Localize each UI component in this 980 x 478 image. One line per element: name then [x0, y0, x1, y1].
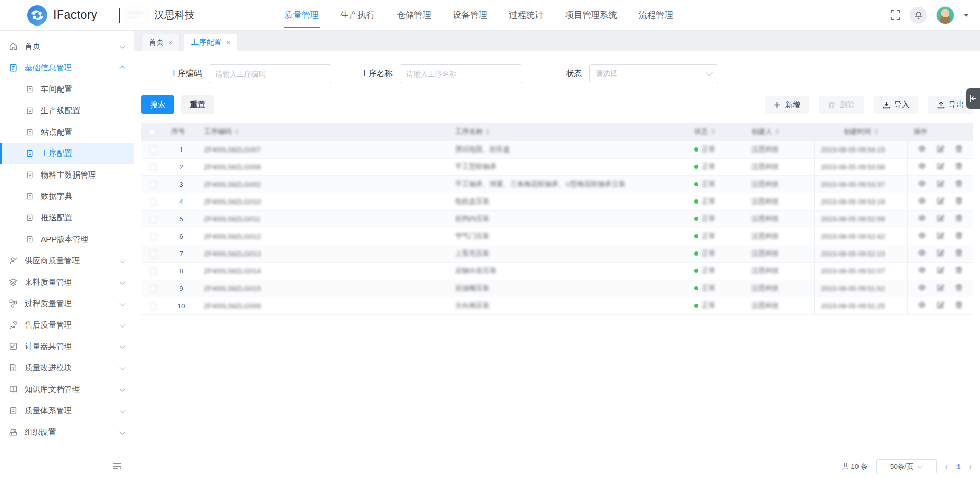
row-checkbox[interactable]	[150, 303, 157, 310]
delete-row-icon[interactable]	[955, 301, 963, 309]
sidebar-item-knowledge-docs[interactable]: 知识库文档管理	[0, 379, 134, 400]
delete-row-icon[interactable]	[955, 197, 963, 205]
view-icon[interactable]	[918, 266, 926, 274]
sort-icon[interactable]	[711, 129, 715, 135]
sidebar-item-supplier-quality[interactable]: 供应商质量管理	[0, 250, 134, 271]
sidebar-item-push-config[interactable]: 推送配置	[0, 207, 134, 229]
edit-icon[interactable]	[937, 162, 944, 170]
top-nav-item-project[interactable]: 项目管理系统	[554, 0, 628, 30]
sidebar-item-process-config[interactable]: 工序配置	[0, 143, 134, 164]
row-checkbox[interactable]	[150, 164, 157, 171]
row-checkbox[interactable]	[150, 268, 157, 275]
delete-button[interactable]: 删除	[819, 96, 864, 114]
view-icon[interactable]	[918, 249, 926, 257]
sort-icon[interactable]	[235, 129, 239, 135]
sidebar-item-material-master[interactable]: 物料主数据管理	[0, 164, 134, 186]
column-header-0[interactable]	[141, 123, 165, 141]
edit-icon[interactable]	[937, 232, 944, 239]
top-nav-item-warehouse[interactable]: 仓储管理	[386, 0, 442, 30]
delete-row-icon[interactable]	[955, 249, 963, 257]
delete-row-icon[interactable]	[955, 214, 963, 222]
search-button[interactable]: 搜索	[141, 95, 174, 114]
sort-icon[interactable]	[775, 129, 779, 135]
delete-row-icon[interactable]	[955, 162, 963, 170]
edit-icon[interactable]	[937, 214, 944, 222]
row-checkbox[interactable]	[150, 198, 157, 206]
top-nav-item-flow[interactable]: 流程管理	[628, 0, 684, 30]
edit-icon[interactable]	[937, 249, 944, 257]
sidebar-item-line-config[interactable]: 生产线配置	[0, 100, 134, 121]
view-icon[interactable]	[918, 162, 926, 170]
edit-icon[interactable]	[937, 284, 944, 291]
view-icon[interactable]	[918, 284, 926, 291]
delete-row-icon[interactable]	[955, 232, 963, 239]
import-button[interactable]: 导入	[874, 96, 918, 114]
view-icon[interactable]	[918, 197, 926, 205]
edit-icon[interactable]	[937, 197, 944, 205]
bell-icon[interactable]	[910, 7, 927, 24]
sidebar-item-org-settings[interactable]: 组织设置	[0, 421, 134, 443]
row-checkbox[interactable]	[150, 285, 157, 292]
edit-icon[interactable]	[937, 145, 944, 153]
delete-row-icon[interactable]	[955, 180, 963, 187]
top-nav-item-equipment[interactable]: 设备管理	[442, 0, 498, 30]
sidebar-item-site-config[interactable]: 站点配置	[0, 121, 134, 143]
delete-row-icon[interactable]	[955, 145, 963, 153]
row-checkbox[interactable]	[150, 146, 157, 154]
view-icon[interactable]	[918, 214, 926, 222]
edit-icon[interactable]	[937, 301, 944, 309]
column-header-状态[interactable]: 状态	[688, 123, 745, 141]
reset-button[interactable]: 重置	[181, 95, 214, 114]
prev-page-icon[interactable]: ‹	[945, 462, 948, 471]
fullscreen-icon[interactable]	[891, 10, 900, 20]
row-checkbox[interactable]	[150, 233, 157, 240]
edit-icon[interactable]	[937, 266, 944, 274]
delete-row-icon[interactable]	[955, 266, 963, 274]
sidebar-item-incoming-quality[interactable]: 来料质量管理	[0, 271, 134, 293]
row-checkbox[interactable]	[150, 250, 157, 258]
row-checkbox[interactable]	[150, 216, 157, 223]
sidebar-item-measuring-tools[interactable]: 计量器具管理	[0, 336, 134, 357]
status-select[interactable]: 请选择	[589, 64, 718, 83]
sidebar-item-process-quality[interactable]: 过程质量管理	[0, 293, 134, 314]
process-name-input[interactable]	[400, 64, 522, 83]
view-icon[interactable]	[918, 180, 926, 187]
edit-icon[interactable]	[937, 180, 944, 187]
sort-icon[interactable]	[874, 129, 878, 135]
sidebar-item-data-dict[interactable]: 数据字典	[0, 186, 134, 207]
top-nav-item-quality[interactable]: 质量管理	[274, 0, 330, 30]
caret-down-icon[interactable]	[964, 14, 969, 17]
tab-home[interactable]: 首页 ×	[141, 34, 180, 51]
column-header-工序名称[interactable]: 工序名称	[449, 123, 688, 141]
view-icon[interactable]	[918, 232, 926, 239]
current-page[interactable]: 1	[957, 463, 961, 471]
sidebar-item-aftersales-quality[interactable]: 售后质量管理	[0, 314, 134, 336]
column-header-创建人[interactable]: 创建人	[745, 123, 815, 141]
delete-row-icon[interactable]	[955, 284, 963, 291]
menu-collapse-icon[interactable]	[112, 462, 122, 473]
sidebar-item-quality-improvement[interactable]: 质量改进模块	[0, 357, 134, 379]
tab-process-config[interactable]: 工序配置 ×	[184, 34, 237, 51]
view-icon[interactable]	[918, 301, 926, 309]
column-header-序号[interactable]: 序号	[165, 123, 198, 141]
panel-collapse-icon[interactable]	[966, 88, 980, 109]
sidebar-item-app-version[interactable]: APP版本管理	[0, 229, 134, 250]
avatar[interactable]	[936, 6, 954, 24]
sort-icon[interactable]	[486, 129, 490, 135]
column-header-操作[interactable]: 操作	[908, 123, 973, 141]
sidebar-item-quality-system[interactable]: 质量体系管理	[0, 400, 134, 421]
top-nav-item-statistics[interactable]: 过程统计	[498, 0, 554, 30]
view-icon[interactable]	[918, 145, 926, 153]
sidebar-item-workshop-config[interactable]: 车间配置	[0, 79, 134, 100]
column-header-创建时间[interactable]: 创建时间	[815, 123, 908, 141]
add-button[interactable]: 新增	[765, 96, 809, 114]
top-nav-item-production[interactable]: 生产执行	[330, 0, 386, 30]
column-header-工序编码[interactable]: 工序编码	[198, 123, 449, 141]
close-icon[interactable]: ×	[226, 39, 230, 46]
sidebar-item-home[interactable]: 首页	[0, 36, 134, 57]
row-checkbox[interactable]	[150, 181, 157, 188]
page-size-select[interactable]: 50条/页	[876, 459, 937, 474]
process-code-input[interactable]	[209, 64, 331, 83]
select-all-checkbox[interactable]	[149, 129, 156, 136]
sidebar-item-basic-info[interactable]: 基础信息管理	[0, 57, 134, 79]
